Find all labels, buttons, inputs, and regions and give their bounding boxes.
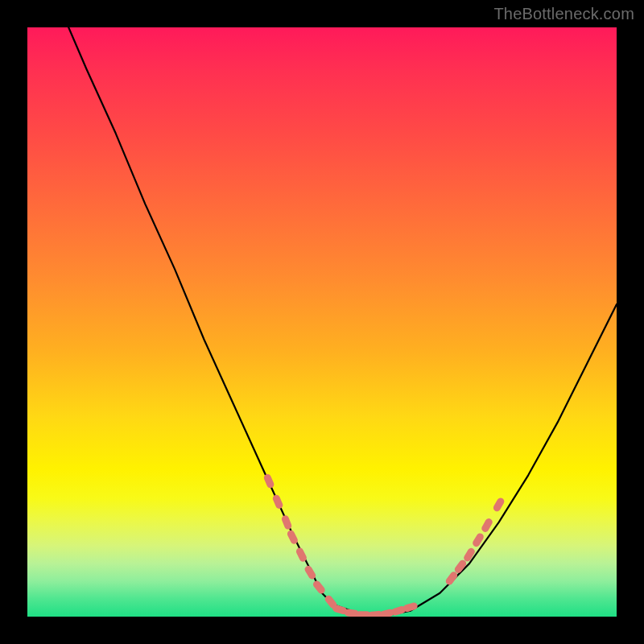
chart-frame: TheBottleneck.com bbox=[0, 0, 644, 644]
curve-marker bbox=[444, 571, 459, 587]
bottleneck-curve bbox=[68, 27, 617, 617]
highlight-dots-right bbox=[444, 497, 506, 586]
watermark-text: TheBottleneck.com bbox=[493, 5, 634, 23]
curve-marker bbox=[281, 514, 293, 530]
highlight-dots-bottom bbox=[332, 601, 419, 617]
plot-area bbox=[27, 27, 617, 617]
curve-marker bbox=[271, 493, 283, 510]
curve-marker bbox=[463, 547, 477, 563]
curve-marker bbox=[492, 497, 506, 513]
curve-marker bbox=[262, 473, 275, 489]
chart-svg bbox=[27, 27, 617, 617]
curve-marker bbox=[312, 580, 326, 596]
